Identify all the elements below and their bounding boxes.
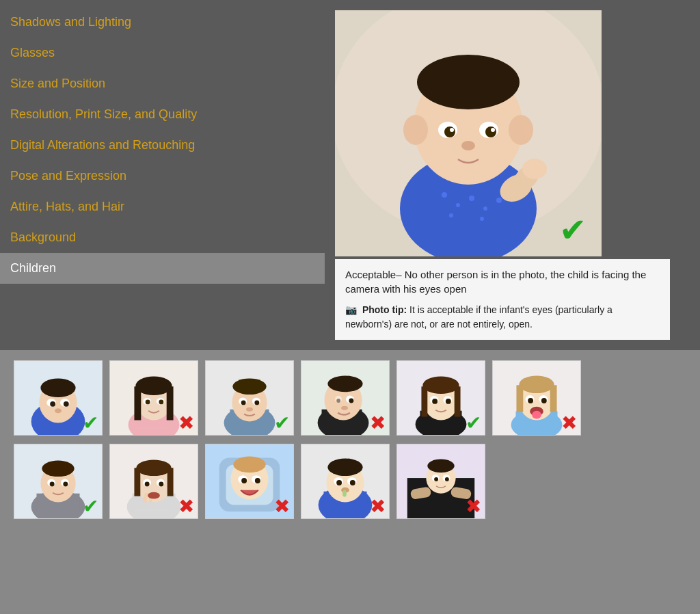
sidebar-item-glasses[interactable]: Glasses	[0, 38, 325, 68]
gallery-item-3[interactable]: ✔	[205, 360, 294, 436]
svg-point-21	[461, 141, 475, 150]
gallery-item-10[interactable]: ✖	[301, 444, 390, 519]
svg-point-12	[417, 55, 520, 109]
svg-point-104	[136, 459, 171, 476]
gallery-badge-5: ✔	[466, 414, 481, 433]
svg-point-133	[350, 480, 355, 485]
svg-point-33	[55, 408, 62, 413]
sidebar-item-resolution-print[interactable]: Resolution, Print Size, and Quality	[0, 99, 325, 130]
main-photo-check: ✔	[559, 214, 593, 248]
svg-point-63	[336, 399, 340, 403]
gallery-badge-3: ✔	[274, 414, 290, 433]
svg-point-4	[456, 203, 460, 207]
gallery-badge-11: ✖	[466, 497, 481, 516]
gallery-item-1[interactable]: ✔	[14, 360, 103, 436]
svg-point-120	[241, 478, 247, 483]
svg-point-131	[336, 480, 342, 485]
svg-point-143	[434, 477, 438, 481]
gallery-item-9[interactable]: ✖	[205, 444, 294, 519]
svg-point-80	[519, 376, 554, 394]
gallery-row-2: ✔	[14, 444, 686, 519]
sidebar-item-attire-hats[interactable]: Attire, Hats, and Hair	[0, 191, 325, 222]
check-icon: ✔	[559, 212, 587, 248]
svg-point-7	[496, 198, 502, 203]
gallery-item-5[interactable]: ✔	[396, 360, 485, 436]
svg-point-3	[442, 192, 447, 198]
gallery-badge-9: ✖	[274, 497, 290, 516]
svg-point-44	[159, 399, 163, 404]
gallery-item-6[interactable]: ✖	[492, 360, 581, 436]
sidebar-item-children[interactable]: Children	[0, 253, 325, 284]
svg-rect-81	[516, 385, 523, 412]
svg-point-99	[63, 481, 68, 486]
svg-point-118	[233, 457, 265, 473]
svg-point-84	[528, 398, 533, 403]
svg-point-122	[255, 478, 260, 483]
gallery-badge-8: ✖	[178, 497, 194, 516]
svg-point-75	[446, 399, 451, 404]
svg-rect-105	[134, 468, 140, 496]
sidebar-item-size-position[interactable]: Size and Position	[0, 68, 325, 99]
svg-point-17	[444, 126, 455, 137]
sidebar-item-background[interactable]: Background	[0, 222, 325, 253]
gallery-badge-2: ✖	[178, 414, 194, 433]
svg-rect-70	[455, 386, 461, 416]
gallery-section: ✔	[0, 350, 700, 614]
gallery-item-2[interactable]: ✖	[109, 360, 198, 436]
svg-point-73	[432, 399, 438, 404]
sidebar-item-pose-expression[interactable]: Pose and Expression	[0, 161, 325, 191]
svg-point-97	[50, 481, 55, 486]
svg-point-64	[341, 406, 348, 410]
gallery-item-7[interactable]: ✔	[14, 444, 103, 519]
svg-point-110	[159, 481, 163, 486]
svg-point-19	[450, 128, 454, 132]
gallery-item-4[interactable]: ✖	[301, 360, 390, 436]
description-text: Acceptable– No other person is in the ph…	[345, 267, 660, 296]
camera-icon: 📷	[345, 303, 357, 317]
svg-point-42	[146, 399, 150, 404]
svg-point-54	[246, 408, 253, 412]
svg-point-71	[422, 376, 459, 394]
svg-point-59	[327, 376, 362, 392]
gallery-badge-4: ✖	[370, 414, 386, 433]
svg-point-13	[403, 115, 428, 145]
photo-tip-label: Photo tip:	[362, 304, 409, 315]
sidebar-item-digital-alterations[interactable]: Digital Alterations and Retouching	[0, 130, 325, 161]
gallery-item-8[interactable]: ✖	[109, 444, 198, 519]
svg-point-129	[327, 459, 362, 477]
svg-point-61	[349, 398, 353, 403]
photo-tip: 📷 Photo tip: It is acceptable if the inf…	[345, 303, 660, 332]
svg-point-20	[491, 128, 495, 132]
gallery-badge-10: ✖	[370, 497, 386, 516]
sidebar: Shadows and Lighting Glasses Size and Po…	[0, 0, 325, 350]
gallery-row-1: ✔	[14, 360, 686, 436]
sidebar-item-shadows-lighting[interactable]: Shadows and Lighting	[0, 7, 325, 38]
gallery-item-11[interactable]: ✖	[396, 444, 485, 519]
svg-point-51	[241, 400, 246, 405]
svg-point-9	[480, 217, 484, 221]
svg-point-49	[232, 378, 266, 395]
svg-point-28	[40, 378, 75, 397]
svg-point-53	[254, 400, 259, 405]
gallery-badge-6: ✖	[561, 414, 577, 433]
svg-point-86	[541, 398, 547, 403]
svg-rect-106	[167, 468, 174, 496]
svg-point-18	[485, 126, 496, 137]
svg-point-40	[135, 376, 172, 395]
top-section: Shadows and Lighting Glasses Size and Po…	[0, 0, 700, 350]
svg-point-24	[522, 159, 547, 179]
app-layout: Shadows and Lighting Glasses Size and Po…	[0, 0, 700, 614]
svg-point-135	[342, 490, 347, 497]
svg-point-95	[42, 460, 74, 477]
svg-point-8	[449, 213, 453, 217]
gallery-badge-1: ✔	[83, 414, 98, 433]
svg-point-108	[145, 481, 150, 486]
svg-point-14	[509, 115, 533, 145]
main-photo-wrapper: ✔	[335, 10, 602, 256]
svg-point-145	[445, 477, 449, 481]
gallery-badge-7: ✔	[83, 497, 98, 516]
svg-point-6	[483, 206, 487, 211]
svg-point-88	[532, 411, 541, 419]
svg-point-113	[148, 492, 160, 499]
main-content: ✔ Acceptable– No other person is in the …	[325, 0, 700, 350]
